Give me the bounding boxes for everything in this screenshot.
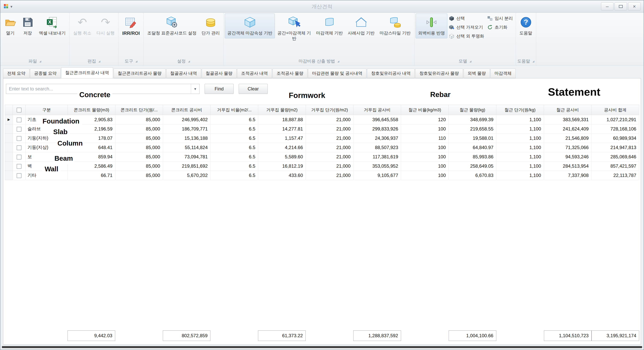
value-cell: 55,114,824 xyxy=(163,143,210,152)
quick-access-dropdown-icon[interactable]: ▾ xyxy=(10,4,12,9)
tab-5[interactable]: 철골공사 내역 xyxy=(166,68,201,78)
table-row[interactable]: ▶기초2,905.8385,000246,995,4026.518,887.88… xyxy=(5,115,639,124)
cube-gear-icon xyxy=(166,16,178,28)
row-checkbox[interactable] xyxy=(17,118,22,122)
tab-2[interactable]: 공종별 요약 xyxy=(30,68,60,78)
table-row[interactable]: 기타66.7185,0005,670,2026.5433.6021,0009,1… xyxy=(5,171,639,180)
column-header[interactable]: 콘크리트 단가(원/... xyxy=(115,105,163,115)
tab-3[interactable]: 철근콘크리트공사 내역 xyxy=(61,67,113,78)
select-transparent-button[interactable]: 선택 외 투명화 xyxy=(449,33,484,39)
dialog-launcher-icon[interactable]: ◢ xyxy=(470,60,471,63)
column-header[interactable]: 구분 xyxy=(26,105,68,115)
dialog-launcher-icon[interactable]: ◢ xyxy=(39,60,41,63)
value-cell: 1,100 xyxy=(496,162,544,171)
excel-export-button[interactable]: X 엑셀 내보내기 xyxy=(36,14,68,38)
tab-11[interactable]: 창호및유리공사 물량 xyxy=(415,68,463,78)
select-all-header[interactable] xyxy=(13,105,26,115)
value-cell: 85,000 xyxy=(115,143,163,152)
reset-button[interactable]: 초기화 xyxy=(487,24,513,30)
column-header[interactable]: 콘크리트 공사비 xyxy=(163,105,210,115)
irr-roi-button[interactable]: IRR/ROI xyxy=(120,14,142,39)
method-space-plus-finish-button[interactable]: 공간+마감객체 기반 xyxy=(275,14,314,44)
undo-button[interactable]: ↶ 실행 취소 xyxy=(71,14,94,38)
table-row[interactable]: 슬라브2,196.5985,000186,709,7716.514,277.81… xyxy=(5,124,639,134)
minimize-button[interactable]: – xyxy=(601,2,614,10)
value-cell: 6.5 xyxy=(210,115,258,124)
column-header[interactable]: 거푸집 단가(원/m2) xyxy=(306,105,354,115)
column-header[interactable]: 거푸집 물량(m2) xyxy=(258,105,306,115)
method-finish-object-button[interactable]: 마감객체 기반 xyxy=(314,14,345,38)
search-dropdown-icon[interactable]: ▾ xyxy=(191,84,199,94)
tab-10[interactable]: 창호및유리공사 내역 xyxy=(367,68,414,78)
value-cell: 21,000 xyxy=(306,124,354,134)
method-case-project-button[interactable]: 사례사업 기반 xyxy=(345,14,377,38)
tab-9[interactable]: 마감관련 물량 및 공사내역 xyxy=(308,68,366,78)
close-button[interactable]: × xyxy=(628,2,640,10)
totals-blank-cell xyxy=(115,330,163,341)
method-space-object-button[interactable]: 공간객체 마감속성 기반 xyxy=(225,14,275,38)
row-checkbox[interactable] xyxy=(17,127,22,132)
row-checkbox[interactable] xyxy=(17,155,22,160)
window-controls: – × xyxy=(601,2,640,10)
dialog-launcher-icon[interactable]: ◢ xyxy=(338,60,339,63)
select-import-button[interactable]: 선택 가져오기 xyxy=(449,24,484,30)
column-header[interactable]: 철근 비율(kg/m3) xyxy=(401,105,449,115)
button-label: 단가 관리 xyxy=(202,30,220,36)
column-header[interactable]: 철근 물량(kg) xyxy=(449,105,496,115)
value-cell: 18,887.88 xyxy=(258,115,306,124)
tab-8[interactable]: 조적공사 물량 xyxy=(272,68,308,78)
dialog-launcher-icon[interactable]: ◢ xyxy=(532,60,534,63)
save-button[interactable]: 저장 xyxy=(19,14,36,38)
procurement-code-settings-button[interactable]: 조달청 표준공사코드 설정 xyxy=(145,14,199,38)
table-row[interactable]: 기둥(지하)178.0785,00015,136,1886.51,157.472… xyxy=(5,134,639,143)
column-header[interactable]: 철근 공사비 xyxy=(544,105,592,115)
row-checkbox[interactable] xyxy=(17,136,22,141)
maximize-button[interactable] xyxy=(614,2,627,10)
tab-13[interactable]: 마감객체 xyxy=(490,68,516,78)
method-finish-style-button[interactable]: 마감스타일 기반 xyxy=(377,14,413,38)
tab-6[interactable]: 철골공사 물량 xyxy=(202,68,236,78)
checkbox-cell[interactable] xyxy=(13,143,26,152)
table-row[interactable]: 기둥(지상)648.4185,00055,114,8246.54,214.662… xyxy=(5,143,639,152)
checkbox-cell[interactable] xyxy=(13,115,26,124)
checkbox-cell[interactable] xyxy=(13,171,26,180)
column-header[interactable]: 철근 단가(원/kg) xyxy=(496,105,544,115)
value-cell: 1,100 xyxy=(496,134,544,143)
button-label: 외벽비용 반영 xyxy=(418,30,445,36)
tab-4[interactable]: 철근콘크리트공사 물량 xyxy=(114,68,166,78)
row-checkbox[interactable] xyxy=(17,173,22,178)
row-checkbox[interactable] xyxy=(17,146,22,150)
column-header[interactable]: 거푸집 공사비 xyxy=(354,105,401,115)
help-button[interactable]: ? 도움말 xyxy=(517,14,535,38)
dialog-launcher-icon[interactable]: ◢ xyxy=(188,60,190,63)
select-button[interactable]: 선택 xyxy=(449,16,484,21)
clear-button[interactable]: Clear xyxy=(239,84,268,94)
checkbox-cell[interactable] xyxy=(13,134,26,143)
tab-12[interactable]: 외벽 물량 xyxy=(464,68,490,78)
exterior-wall-cost-button[interactable]: 외벽비용 반영 xyxy=(416,14,447,38)
table-row[interactable]: 벽2,586.4985,000219,851,6926.516,812.1921… xyxy=(5,162,639,171)
tab-1[interactable]: 전체 요약 xyxy=(3,68,30,78)
table-row[interactable]: 보859.9485,00073,094,7816.55,589.6021,000… xyxy=(5,152,639,162)
checkbox-cell[interactable] xyxy=(13,124,26,134)
dialog-launcher-icon[interactable]: ◢ xyxy=(98,60,100,63)
tab-7[interactable]: 조적공사 내역 xyxy=(237,68,272,78)
column-header[interactable]: 공사비 합계 xyxy=(592,105,639,115)
value-cell: 110 xyxy=(401,134,449,143)
temp-separate-button[interactable]: 임시 분리 xyxy=(487,16,513,21)
dialog-launcher-icon[interactable]: ◢ xyxy=(136,60,138,63)
row-checkbox[interactable] xyxy=(17,108,22,112)
value-cell: 6.5 xyxy=(210,134,258,143)
row-checkbox[interactable] xyxy=(17,164,22,169)
unit-price-button[interactable]: 단가 관리 xyxy=(199,14,222,38)
checkbox-cell[interactable] xyxy=(13,152,26,162)
find-button[interactable]: Find xyxy=(204,84,234,94)
column-header[interactable]: 거푸집 비율(m2/... xyxy=(210,105,258,115)
ribbon-group-label: 도움말 xyxy=(518,58,530,64)
total-cell: 1,004,100.66 xyxy=(449,330,496,341)
redo-button[interactable]: ↷ 다시 실행 xyxy=(94,14,117,38)
checkbox-cell[interactable] xyxy=(13,162,26,171)
window-bottom-edge xyxy=(2,346,642,348)
column-header[interactable]: 콘크리트 물량(m3) xyxy=(68,105,115,115)
open-button[interactable]: 열기 xyxy=(2,14,19,38)
